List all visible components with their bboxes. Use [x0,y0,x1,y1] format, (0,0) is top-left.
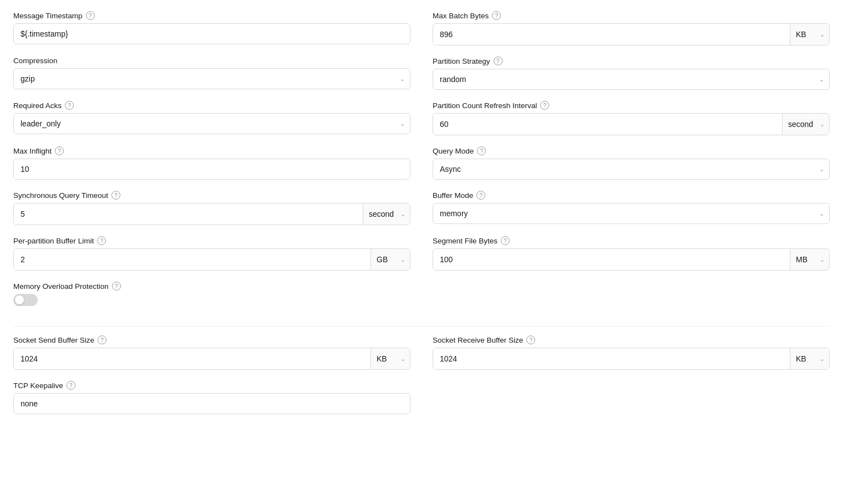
sync-query-timeout-input-unit: secondminutehour ⌄ [13,203,410,225]
empty-spacer [433,282,830,317]
socket-receive-buffer-input[interactable] [433,348,790,369]
memory-overload-field: Memory Overload Protection ? [13,282,410,306]
tcp-keepalive-input[interactable] [13,393,410,414]
socket-receive-buffer-unit-wrapper: KBMBGB ⌄ [790,348,829,369]
query-mode-help-icon: ? [477,146,486,155]
query-mode-select[interactable]: AsyncSync [433,159,830,180]
max-batch-bytes-unit-select[interactable]: KBMBGB [790,24,829,45]
sync-query-timeout-field: Synchronous Query Timeout ? secondminute… [13,191,410,225]
segment-file-bytes-input-unit: MBKBGB ⌄ [433,248,830,271]
memory-overload-slider [13,294,38,306]
partition-count-refresh-input[interactable] [433,114,782,135]
sync-query-timeout-unit-select[interactable]: secondminutehour [363,203,410,225]
buffer-mode-field: Buffer Mode ? memorydisk ⌄ [433,191,830,225]
partition-strategy-help-icon: ? [494,57,502,65]
socket-receive-buffer-input-unit: KBMBGB ⌄ [433,348,830,370]
socket-receive-buffer-label: Socket Receive Buffer Size ? [433,335,830,344]
compression-select[interactable]: gzipnonesnappylz4 [13,68,410,89]
required-acks-label: Required Acks ? [13,101,410,110]
buffer-mode-select[interactable]: memorydisk [433,203,830,224]
memory-overload-help-icon: ? [112,282,121,291]
buffer-mode-help-icon: ? [476,191,485,200]
max-batch-bytes-input-unit: KBMBGB ⌄ [433,23,830,45]
partition-count-refresh-help-icon: ? [540,101,549,110]
socket-send-buffer-input[interactable] [14,348,370,369]
socket-send-buffer-input-unit: KBMBGB ⌄ [13,348,410,370]
partition-count-refresh-unit-select[interactable]: secondminutehour [783,114,829,135]
per-partition-buffer-input[interactable] [14,249,370,270]
sync-query-timeout-help-icon: ? [111,191,120,200]
buffer-mode-select-wrapper: memorydisk ⌄ [433,203,830,224]
message-timestamp-label: Message Timestamp ? [13,11,410,20]
tcp-keepalive-label: TCP Keepalive ? [13,381,410,390]
max-inflight-help-icon: ? [55,146,64,155]
partition-strategy-field: Partition Strategy ? randomround_robinma… [433,57,830,90]
sync-query-timeout-unit-wrapper: secondminutehour ⌄ [363,203,410,225]
sync-query-timeout-label: Synchronous Query Timeout ? [13,191,410,200]
segment-file-bytes-field: Segment File Bytes ? MBKBGB ⌄ [433,236,830,271]
partition-strategy-select[interactable]: randomround_robinmanual [433,69,830,90]
compression-field: Compression gzipnonesnappylz4 ⌄ [13,57,410,90]
memory-overload-label: Memory Overload Protection ? [13,282,410,291]
partition-count-refresh-label: Partition Count Refresh Interval ? [433,101,830,110]
compression-select-wrapper: gzipnonesnappylz4 ⌄ [13,68,410,89]
max-inflight-field: Max Inflight ? [13,146,410,180]
per-partition-buffer-unit-wrapper: GBMBKB ⌄ [370,249,410,270]
segment-file-bytes-unit-wrapper: MBKBGB ⌄ [790,249,829,270]
sync-query-timeout-input[interactable] [14,203,363,225]
socket-send-buffer-field: Socket Send Buffer Size ? KBMBGB ⌄ [13,335,410,370]
buffer-mode-label: Buffer Mode ? [433,191,830,200]
max-inflight-label: Max Inflight ? [13,146,410,155]
partition-count-refresh-unit-wrapper: secondminutehour ⌄ [782,114,829,135]
partition-count-refresh-input-unit: secondminutehour ⌄ [433,113,830,135]
query-mode-select-wrapper: AsyncSync ⌄ [433,159,830,180]
max-batch-bytes-unit-wrapper: KBMBGB ⌄ [790,24,829,45]
required-acks-select-wrapper: leader_onlynoneall ⌄ [13,113,410,134]
tcp-keepalive-field: TCP Keepalive ? [13,381,410,414]
socket-send-buffer-help-icon: ? [98,335,106,344]
required-acks-help-icon: ? [65,101,74,110]
per-partition-buffer-field: Per-partition Buffer Limit ? GBMBKB ⌄ [13,236,410,271]
segment-file-bytes-help-icon: ? [501,236,510,245]
segment-file-bytes-label: Segment File Bytes ? [433,236,830,245]
socket-send-buffer-unit-wrapper: KBMBGB ⌄ [370,348,410,369]
segment-file-bytes-input[interactable] [433,249,790,270]
required-acks-field: Required Acks ? leader_onlynoneall ⌄ [13,101,410,135]
compression-label: Compression [13,57,410,65]
socket-receive-buffer-field: Socket Receive Buffer Size ? KBMBGB ⌄ [433,335,830,370]
per-partition-buffer-unit-select[interactable]: GBMBKB [371,249,410,270]
message-timestamp-input[interactable] [13,23,410,44]
max-batch-bytes-field: Max Batch Bytes ? KBMBGB ⌄ [433,11,830,45]
memory-overload-toggle[interactable] [13,294,38,306]
socket-send-buffer-label: Socket Send Buffer Size ? [13,335,410,344]
max-batch-bytes-help-icon: ? [492,11,501,20]
memory-overload-toggle-wrapper [13,294,410,306]
partition-strategy-label: Partition Strategy ? [433,57,830,65]
max-batch-bytes-input[interactable] [433,24,790,45]
message-timestamp-help-icon: ? [86,11,95,20]
message-timestamp-field: Message Timestamp ? [13,11,410,45]
per-partition-buffer-label: Per-partition Buffer Limit ? [13,236,410,245]
max-batch-bytes-label: Max Batch Bytes ? [433,11,830,20]
partition-strategy-select-wrapper: randomround_robinmanual ⌄ [433,69,830,90]
per-partition-buffer-help-icon: ? [97,236,106,245]
segment-file-bytes-unit-select[interactable]: MBKBGB [790,249,829,270]
socket-send-buffer-unit-select[interactable]: KBMBGB [371,348,410,369]
socket-receive-buffer-unit-select[interactable]: KBMBGB [790,348,829,369]
per-partition-buffer-input-unit: GBMBKB ⌄ [13,248,410,271]
required-acks-select[interactable]: leader_onlynoneall [13,113,410,134]
section-divider [13,326,830,327]
socket-receive-buffer-help-icon: ? [526,335,535,344]
tcp-keepalive-help-icon: ? [67,381,75,390]
max-inflight-input[interactable] [13,159,410,180]
query-mode-label: Query Mode ? [433,146,830,155]
partition-count-refresh-field: Partition Count Refresh Interval ? secon… [433,101,830,135]
query-mode-field: Query Mode ? AsyncSync ⌄ [433,146,830,180]
